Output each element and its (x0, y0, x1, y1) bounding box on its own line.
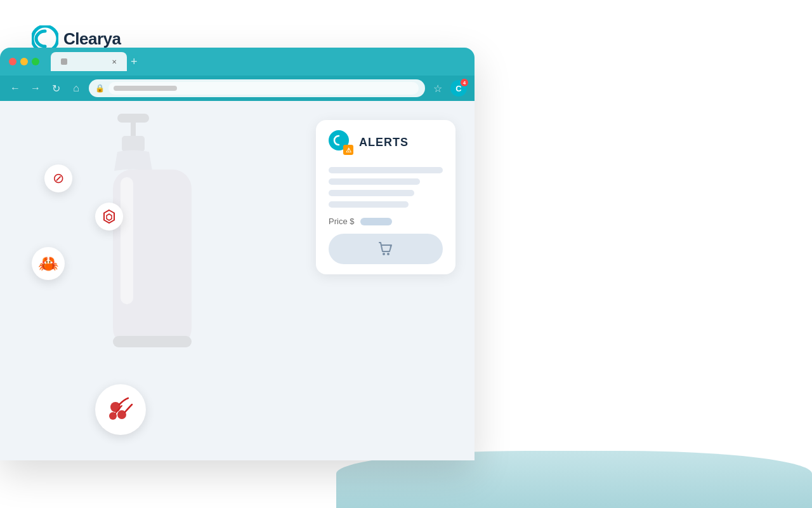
ext-logo-letter: C (455, 84, 461, 93)
lock-icon: 🔒 (95, 84, 105, 93)
new-tab-button[interactable]: + (131, 55, 138, 69)
skeleton-line-1 (329, 167, 443, 173)
skeleton-line-4 (329, 201, 409, 208)
price-label: Price $ (329, 217, 354, 226)
svg-rect-4 (122, 136, 145, 152)
svg-text:!: ! (390, 244, 391, 250)
svg-rect-7 (113, 336, 192, 347)
svg-point-11 (383, 253, 385, 255)
cells-badge (95, 384, 146, 435)
svg-point-12 (387, 253, 390, 255)
tab-favicon (61, 58, 67, 65)
traffic-lights (9, 58, 39, 65)
svg-rect-6 (121, 177, 133, 304)
alert-logo-container: ⚠ (329, 130, 353, 154)
browser-nav: ← → ↻ ⌂ 🔒 ☆ C 4 (0, 76, 475, 101)
hex-badge (95, 203, 123, 231)
skeleton-line-3 (329, 190, 414, 196)
refresh-button[interactable]: ↻ (48, 81, 63, 96)
price-bar (360, 218, 392, 225)
product-bottle-svg (70, 107, 197, 374)
logo-text: Clearya (63, 29, 121, 49)
bookmark-icon[interactable]: ☆ (430, 81, 445, 96)
cells-icon (104, 393, 137, 426)
back-button[interactable]: ← (8, 81, 23, 96)
url-display (108, 82, 419, 95)
tab-bar: ✕ + (51, 52, 466, 71)
crab-badge: 🦀 (32, 247, 65, 280)
skeleton-line-2 (329, 178, 420, 185)
no-symbol-icon: ⊘ (53, 170, 64, 187)
svg-rect-3 (117, 114, 149, 123)
browser-content: ⊘ 🦀 (0, 101, 475, 460)
address-bar[interactable]: 🔒 (89, 79, 425, 97)
tab-close-icon[interactable]: ✕ (112, 58, 117, 65)
alert-panel: ⚠ ALERTS Price $ ! (316, 120, 455, 274)
price-row: Price $ (329, 217, 443, 226)
clearya-extension-icon[interactable]: C 4 (450, 80, 467, 97)
crab-icon: 🦀 (38, 254, 58, 274)
extension-badge: 4 (461, 79, 468, 86)
warning-badge: ⚠ (343, 145, 353, 155)
minimize-button[interactable] (20, 58, 28, 65)
browser-chrome: ✕ + (0, 48, 475, 76)
svg-point-8 (110, 402, 121, 412)
alert-header: ⚠ ALERTS (329, 130, 443, 154)
cart-icon: ! (377, 240, 395, 258)
forward-button[interactable]: → (28, 81, 43, 96)
active-tab[interactable]: ✕ (51, 52, 127, 71)
maximize-button[interactable] (32, 58, 39, 65)
product-bottle-container (70, 107, 197, 380)
home-button[interactable]: ⌂ (69, 81, 84, 96)
url-bar-placeholder (114, 86, 177, 91)
hex-icon (102, 209, 117, 224)
add-to-cart-button[interactable]: ! (329, 234, 443, 264)
browser-window: ✕ + ← → ↻ ⌂ 🔒 ☆ C 4 (0, 48, 475, 460)
alert-title: ALERTS (359, 136, 409, 149)
no-symbol-badge: ⊘ (44, 164, 72, 192)
close-button[interactable] (9, 58, 16, 65)
